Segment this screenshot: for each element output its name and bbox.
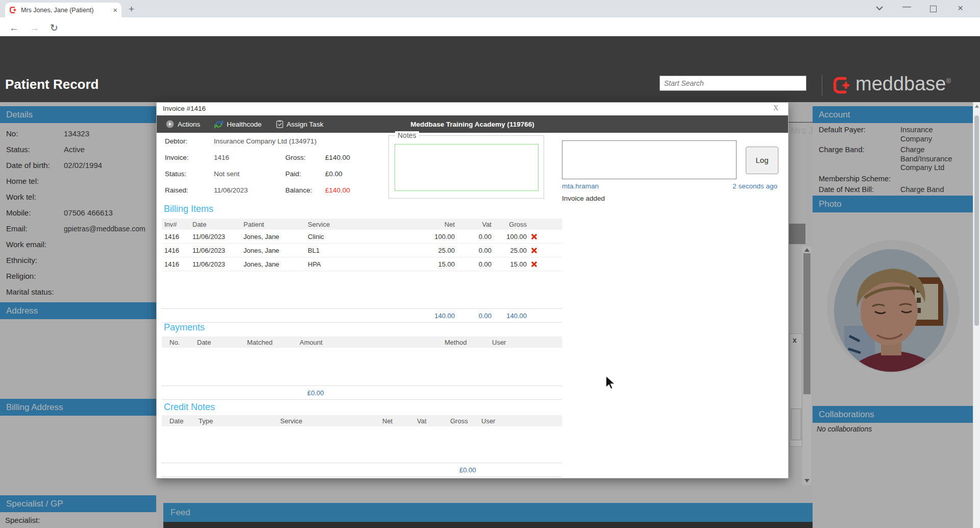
col-header: Date — [192, 221, 243, 228]
forward-icon[interactable]: → — [30, 19, 39, 37]
cell-service: Clinic — [308, 233, 397, 241]
delete-line-icon[interactable] — [527, 261, 541, 268]
col-header: Date — [162, 417, 199, 425]
credit-notes-totals: £0.00 — [162, 463, 562, 477]
tab-title: Mrs Jones, Jane (Patient) — [21, 7, 113, 14]
cell-vat: 0.00 — [455, 247, 492, 254]
credit-notes-header: Date Type Service Net Vat Gross User — [162, 415, 562, 426]
cell-date: 11/06/2023 — [192, 260, 243, 268]
cell-inv: 1416 — [162, 260, 192, 268]
log-user-link[interactable]: mta.hraman — [562, 182, 599, 190]
gross-value: £140.00 — [325, 154, 350, 161]
payments-totals: £0.00 — [162, 386, 562, 400]
invoice-modal: Invoice #1416 X Actions Healthcode Assig… — [156, 102, 789, 478]
modal-close-icon[interactable]: X — [773, 104, 778, 112]
col-header: Service — [308, 221, 397, 228]
payments-title: Payments — [164, 322, 205, 333]
delete-line-icon[interactable] — [527, 233, 541, 240]
tab-close-icon[interactable]: × — [113, 6, 117, 14]
col-header: Inv# — [162, 221, 192, 228]
app-header: Patient Record meddbase® Search Results … — [0, 36, 980, 102]
billing-item-row[interactable]: 1416 11/06/2023 Jones, Jane Clinic 100.0… — [162, 230, 562, 244]
meddbase-logo-text: meddbase® — [855, 73, 951, 95]
billing-items-header: Inv# Date Patient Service Net Vat Gross — [162, 219, 562, 230]
col-header: Service — [280, 417, 382, 425]
tab-search-icon[interactable] — [876, 6, 883, 11]
raised-label: Raised: — [165, 186, 188, 194]
payments-header: No. Date Matched Amount Method User — [162, 337, 562, 348]
cell-gross: 25.00 — [492, 247, 527, 254]
payments-table: No. Date Matched Amount Method User £0.0… — [162, 337, 562, 400]
debtor-value: Insurance Company Ltd (134971) — [214, 137, 316, 145]
cell-gross: 15.00 — [492, 260, 527, 268]
paid-label: Paid: — [285, 170, 301, 178]
col-header: Vat — [417, 417, 450, 425]
col-header: No. — [162, 339, 197, 346]
browser-url-bar: ← → ↻ demo.meddbase.com/nmp.aspx?p=Patie… — [0, 17, 980, 36]
balance-label: Balance: — [285, 186, 312, 194]
col-header: Type — [199, 417, 280, 425]
cell-net: 25.00 — [397, 247, 455, 254]
cell-net: 15.00 — [397, 260, 455, 268]
cell-vat: 0.00 — [455, 233, 492, 241]
cell-patient: Jones, Jane — [243, 260, 308, 268]
billing-item-row[interactable]: 1416 11/06/2023 Jones, Jane HPA 15.00 0.… — [162, 257, 562, 271]
log-textarea[interactable] — [562, 140, 737, 179]
notes-legend: Notes — [395, 131, 419, 139]
cell-date: 11/06/2023 — [192, 247, 243, 254]
modal-toolbar: Actions Healthcode Assign Task Meddbase … — [157, 115, 788, 133]
credit-notes-total: £0.00 — [459, 466, 500, 474]
debtor-label: Debtor: — [165, 137, 187, 145]
cell-patient: Jones, Jane — [243, 233, 308, 241]
page-scrollbar-thumb[interactable] — [974, 115, 979, 326]
meddbase-logo-icon — [832, 76, 851, 95]
delete-line-icon[interactable] — [527, 247, 541, 254]
billing-items-table: Inv# Date Patient Service Net Vat Gross … — [162, 219, 562, 323]
col-header: Gross — [492, 221, 527, 228]
status-value: Not sent — [214, 170, 239, 178]
total-vat: 0.00 — [455, 312, 492, 320]
cell-patient: Jones, Jane — [243, 247, 308, 254]
log-time: 2 seconds ago — [677, 182, 777, 190]
col-header: Patient — [243, 221, 308, 228]
col-header: Gross — [450, 417, 481, 425]
col-header: Matched — [247, 339, 300, 346]
log-button[interactable]: Log — [746, 147, 778, 174]
payments-total: £0.00 — [307, 389, 452, 397]
reload-icon[interactable]: ↻ — [50, 19, 58, 37]
col-header: Method — [445, 339, 492, 346]
new-tab-button[interactable]: + — [129, 4, 134, 15]
col-header: User — [492, 339, 553, 346]
cell-inv: 1416 — [162, 233, 192, 241]
billing-item-row[interactable]: 1416 11/06/2023 Jones, Jane BL1 25.00 0.… — [162, 244, 562, 257]
notes-fieldset: Notes — [388, 135, 544, 199]
page-scrollbar-track[interactable] — [973, 102, 980, 528]
status-label: Status: — [165, 170, 186, 178]
col-header: Date — [197, 339, 247, 346]
invoice-value: 1416 — [214, 154, 229, 161]
modal-company-title: Meddbase Training Academy (119766) — [157, 121, 788, 128]
page-title: Patient Record — [5, 77, 99, 92]
back-icon[interactable]: ← — [9, 19, 19, 37]
cell-inv: 1416 — [162, 247, 192, 254]
window-maximize-icon[interactable] — [930, 6, 937, 12]
cell-date: 11/06/2023 — [192, 233, 243, 241]
favicon-meddbase-icon — [9, 6, 17, 14]
balance-value: £140.00 — [325, 186, 350, 194]
search-input[interactable] — [659, 76, 806, 91]
cell-gross: 100.00 — [492, 233, 527, 241]
raised-value: 11/06/2023 — [214, 186, 248, 194]
col-header: Vat — [455, 221, 492, 228]
billing-items-totals: 140.00 0.00 140.00 — [162, 308, 562, 323]
col-header: Net — [397, 221, 455, 228]
window-minimize-icon[interactable]: — — [902, 2, 911, 12]
total-net: 140.00 — [397, 312, 455, 320]
window-close-icon[interactable]: × — [958, 3, 963, 14]
col-header: Net — [382, 417, 417, 425]
cell-vat: 0.00 — [455, 260, 492, 268]
credit-notes-table: Date Type Service Net Vat Gross User £0.… — [162, 415, 562, 477]
gross-label: Gross: — [285, 154, 306, 161]
browser-tab[interactable]: Mrs Jones, Jane (Patient) × — [5, 3, 121, 17]
notes-textarea[interactable] — [395, 144, 538, 191]
cell-service: BL1 — [308, 247, 397, 254]
